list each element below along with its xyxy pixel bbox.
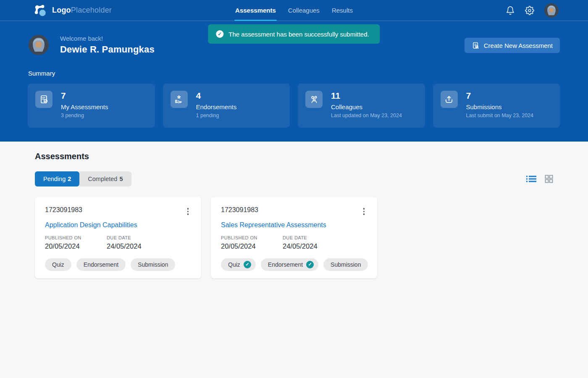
- brand-logo: LogoPlaceholder: [34, 4, 112, 17]
- published-on-label: PUBLISHED ON: [221, 235, 283, 240]
- assessment-create-icon: [472, 42, 480, 50]
- summary-stats: 7 My Assessments 3 pending 4 Endorsement…: [28, 84, 560, 128]
- stat-label: Endorsements: [196, 103, 237, 110]
- stat-label: Submissions: [466, 103, 534, 110]
- tag-check-icon: ✓: [244, 261, 251, 268]
- navbar-actions: [506, 3, 559, 18]
- tab-label: Pending: [43, 176, 66, 182]
- upload-tray-icon: [441, 91, 458, 108]
- avatar-image: [544, 3, 559, 18]
- users-icon: [305, 91, 323, 108]
- stat-card-submissions: 7 Submissions Last submit on May 23, 202…: [433, 84, 560, 128]
- list-view-button[interactable]: [526, 174, 537, 184]
- assessment-card: 1723091983 Application Design Capabiliti…: [35, 197, 201, 278]
- hero-section: ✓ The assessment has been successfully s…: [0, 21, 588, 142]
- stat-value: 4: [196, 91, 237, 101]
- assessment-tags: Quiz ✓ Endorsement ✓ Submission ✓: [221, 258, 367, 271]
- summary-label: Summary: [28, 70, 55, 77]
- due-date-label: DUE DATE: [283, 235, 344, 240]
- greeting-text: Welcome back!: [60, 35, 155, 42]
- welcome-block: Welcome back! Dewie R. Pamungkas: [29, 35, 155, 55]
- tag-endorsement: Endorsement ✓: [76, 258, 126, 271]
- view-toggles: [526, 174, 553, 184]
- stat-sub: Last updated on May 23, 2024: [331, 113, 402, 118]
- assessment-id: 1723091983: [45, 206, 82, 214]
- card-menu-button[interactable]: [361, 206, 368, 217]
- grid-view-button[interactable]: [545, 175, 553, 183]
- due-date-label: DUE DATE: [107, 235, 168, 240]
- top-navbar: LogoPlaceholder Assessments Colleagues R…: [0, 0, 588, 21]
- list-view-icon: [526, 174, 537, 184]
- assessment-tags: Quiz ✓ Endorsement ✓ Submission ✓: [45, 258, 191, 271]
- page-title: Assessments: [35, 152, 553, 161]
- toast-check-icon: ✓: [216, 30, 223, 38]
- due-date-value: 24/05/2024: [107, 242, 168, 250]
- main-nav: Assessments Colleagues Results: [234, 0, 354, 21]
- stat-card-endorsements: 4 Endorsements 1 pending: [163, 84, 290, 128]
- published-on-label: PUBLISHED ON: [45, 235, 107, 240]
- nav-item-colleagues[interactable]: Colleagues: [287, 0, 320, 21]
- logo-text-light: Placeholder: [71, 6, 112, 14]
- bell-icon: [506, 6, 515, 15]
- stat-card-colleagues: 11 Colleagues Last updated on May 23, 20…: [298, 84, 425, 128]
- tag-submission: Submission ✓: [131, 258, 175, 271]
- grid-view-icon: [545, 175, 553, 183]
- kebab-icon: [363, 208, 365, 210]
- stat-label: Colleagues: [331, 103, 402, 110]
- tag-quiz: Quiz ✓: [221, 258, 256, 271]
- tag-check-icon: ✓: [306, 261, 314, 268]
- assessment-title-link[interactable]: Application Design Capabilities: [45, 221, 137, 229]
- assessments-section: Assessments Pending 2 Completed 5: [0, 142, 588, 278]
- user-avatar[interactable]: [544, 3, 559, 18]
- logo-text: LogoPlaceholder: [52, 6, 112, 15]
- published-on-value: 20/05/2024: [45, 242, 107, 250]
- nav-item-results[interactable]: Results: [331, 0, 354, 21]
- create-new-assessment-button[interactable]: Create New Assessment: [465, 38, 560, 53]
- published-on-value: 20/05/2024: [221, 242, 283, 250]
- stat-sub: 3 pending: [61, 113, 108, 118]
- tab-label: Completed: [88, 176, 117, 182]
- assessments-toolbar: Pending 2 Completed 5: [35, 171, 553, 186]
- tab-count: 5: [119, 176, 123, 182]
- nav-item-assessments[interactable]: Assessments: [234, 0, 277, 21]
- stat-value: 11: [331, 91, 402, 101]
- tab-pending[interactable]: Pending 2: [35, 171, 79, 186]
- stat-sub: 1 pending: [196, 113, 237, 118]
- avatar-image: [29, 35, 49, 55]
- success-toast: ✓ The assessment has been successfully s…: [208, 24, 380, 44]
- profile-avatar[interactable]: [29, 35, 49, 55]
- logo-text-bold: Logo: [52, 6, 71, 14]
- stat-value: 7: [61, 91, 108, 101]
- gear-icon: [525, 6, 534, 15]
- status-tabs: Pending 2 Completed 5: [35, 171, 131, 186]
- user-name: Dewie R. Pamungkas: [60, 44, 155, 55]
- assessment-id: 1723091983: [221, 206, 258, 214]
- due-date-value: 24/05/2024: [283, 242, 344, 250]
- assessment-title-link[interactable]: Sales Representative Assessments: [221, 221, 326, 229]
- notifications-button[interactable]: [506, 6, 515, 15]
- tab-count: 2: [68, 176, 71, 182]
- create-button-label: Create New Assessment: [484, 42, 553, 49]
- tag-submission: Submission ✓: [323, 258, 368, 271]
- card-menu-button[interactable]: [185, 206, 192, 217]
- tab-completed[interactable]: Completed 5: [79, 171, 131, 186]
- stat-sub: Last submit on May 23, 2024: [466, 113, 534, 118]
- endorsement-hand-icon: [171, 91, 188, 108]
- stat-label: My Assessments: [61, 103, 108, 110]
- logo-icon: [34, 4, 47, 17]
- assessment-cards: 1723091983 Application Design Capabiliti…: [35, 197, 553, 278]
- tag-quiz: Quiz ✓: [45, 258, 71, 271]
- toast-message: The assessment has been successfully sub…: [228, 31, 369, 38]
- stat-value: 7: [466, 91, 534, 101]
- settings-button[interactable]: [525, 6, 534, 15]
- stat-card-my-assessments: 7 My Assessments 3 pending: [28, 84, 155, 128]
- tag-endorsement: Endorsement ✓: [261, 258, 318, 271]
- kebab-icon: [187, 208, 189, 210]
- assessment-card: 1723091983 Sales Representative Assessme…: [211, 197, 377, 278]
- assessment-search-icon: [35, 91, 52, 108]
